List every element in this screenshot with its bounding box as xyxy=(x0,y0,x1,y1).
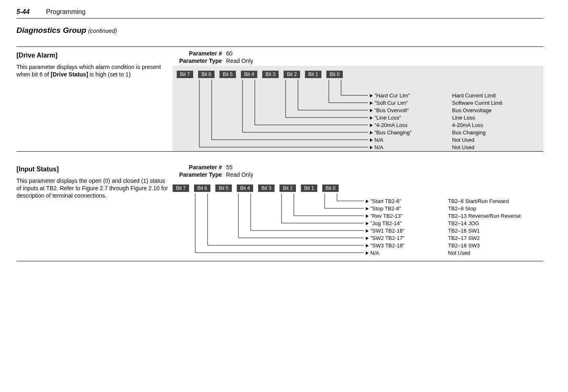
section-drive-alarm: [Drive Alarm] This parameter displays wh… xyxy=(16,46,543,152)
arrow-icon xyxy=(370,116,373,120)
param-type-label: Parameter Type xyxy=(173,58,226,64)
bit-4: Bit 4 xyxy=(241,71,257,78)
bit-2: Bit 2 xyxy=(279,184,296,192)
section-input-status: [Input Status] This parameter displays t… xyxy=(16,164,543,261)
arrow-icon xyxy=(370,138,373,142)
group-heading: Diagnostics Group (continued) xyxy=(16,26,543,35)
param-num-value: 55 xyxy=(226,164,233,171)
bit-5: Bit 5 xyxy=(215,184,232,192)
drive-alarm-description: This parameter displays which alarm cond… xyxy=(16,63,169,78)
arrow-icon xyxy=(366,229,369,233)
drive-alarm-title: [Drive Alarm] xyxy=(16,52,169,59)
group-title: Diagnostics Group xyxy=(16,26,86,35)
arrow-icon xyxy=(370,146,373,149)
bit-0: Bit 0 xyxy=(322,184,339,192)
bit-0: Bit 0 xyxy=(326,71,343,78)
bit-4: Bit 4 xyxy=(237,184,253,192)
arrow-icon xyxy=(366,214,369,218)
input-status-diagram: Bit 7 Bit 6 Bit 5 Bit 4 Bit 3 Bit 2 Bit … xyxy=(173,180,543,261)
input-status-title: [Input Status] xyxy=(16,166,169,173)
bit-2: Bit 2 xyxy=(284,71,300,78)
arrow-icon xyxy=(370,94,373,97)
param-type-value: Read Only xyxy=(226,58,253,64)
bit-5: Bit 5 xyxy=(219,71,236,78)
bit-1: Bit 1 xyxy=(301,184,317,192)
bit-1: Bit 1 xyxy=(305,71,321,78)
arrow-icon xyxy=(370,109,373,112)
arrow-icon xyxy=(366,251,369,255)
drive-alarm-bit-names: "Hard Cur Lim" "Soft Cur Lim" "Bus Overv… xyxy=(370,92,412,151)
drive-alarm-bit-descriptions: Hard Current Limit Software Currnt Limit… xyxy=(452,92,502,151)
bit-6: Bit 6 xyxy=(198,71,215,78)
bit-6: Bit 6 xyxy=(194,184,210,192)
param-type-label: Parameter Type xyxy=(173,171,226,178)
bit-3: Bit 3 xyxy=(258,184,275,192)
param-num-label: Parameter # xyxy=(173,164,226,171)
input-status-bit-descriptions: TB2–6 Start/Run Forward TB2–8 Stop TB2–1… xyxy=(448,198,521,257)
input-status-description: This parameter displays the open (0) and… xyxy=(16,177,169,200)
arrow-icon xyxy=(370,124,373,127)
arrow-icon xyxy=(366,207,369,210)
input-status-bit-names: "Start TB2-6" "Stop TB2-8" "Rev TB2-13" … xyxy=(366,198,404,257)
param-num-value: 60 xyxy=(226,50,233,57)
bit-lines-icon xyxy=(177,80,374,150)
param-type-value: Read Only xyxy=(226,171,253,178)
arrow-icon xyxy=(366,200,369,203)
drive-alarm-diagram: Bit 7 Bit 6 Bit 5 Bit 4 Bit 3 Bit 2 Bit … xyxy=(173,66,543,151)
arrow-icon xyxy=(366,222,369,225)
bit-lines-icon xyxy=(173,194,370,259)
chapter-title: Programming xyxy=(46,8,85,16)
arrow-icon xyxy=(366,237,369,240)
arrow-icon xyxy=(370,131,373,134)
page-number: 5-44 xyxy=(16,8,30,16)
group-continued: (continued) xyxy=(88,28,117,34)
bit-3: Bit 3 xyxy=(262,71,279,78)
arrow-icon xyxy=(370,101,373,105)
bit-7: Bit 7 xyxy=(173,184,189,192)
param-num-label: Parameter # xyxy=(173,50,226,57)
bit-7: Bit 7 xyxy=(177,71,193,78)
arrow-icon xyxy=(366,244,369,247)
